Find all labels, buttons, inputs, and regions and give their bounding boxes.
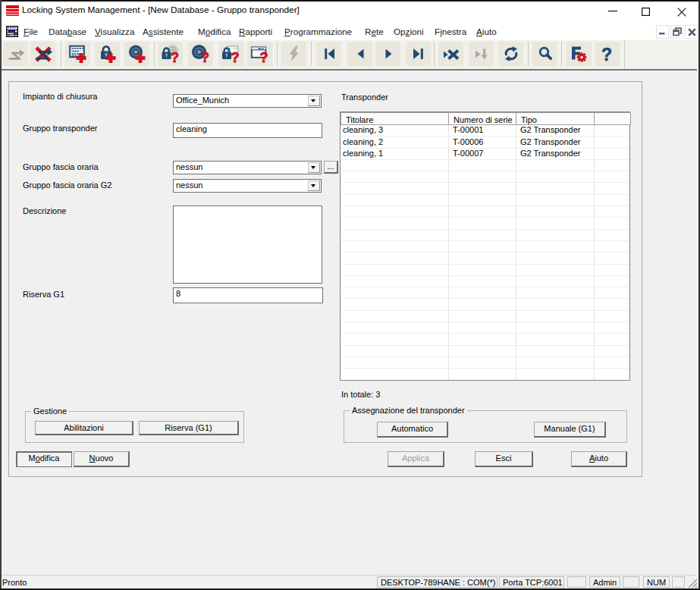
svg-text:?: ? (231, 50, 239, 64)
svg-text:?: ? (201, 50, 209, 64)
svg-text:?: ? (259, 50, 268, 64)
svg-text:?: ? (601, 45, 612, 64)
svg-text:?: ? (171, 50, 179, 64)
